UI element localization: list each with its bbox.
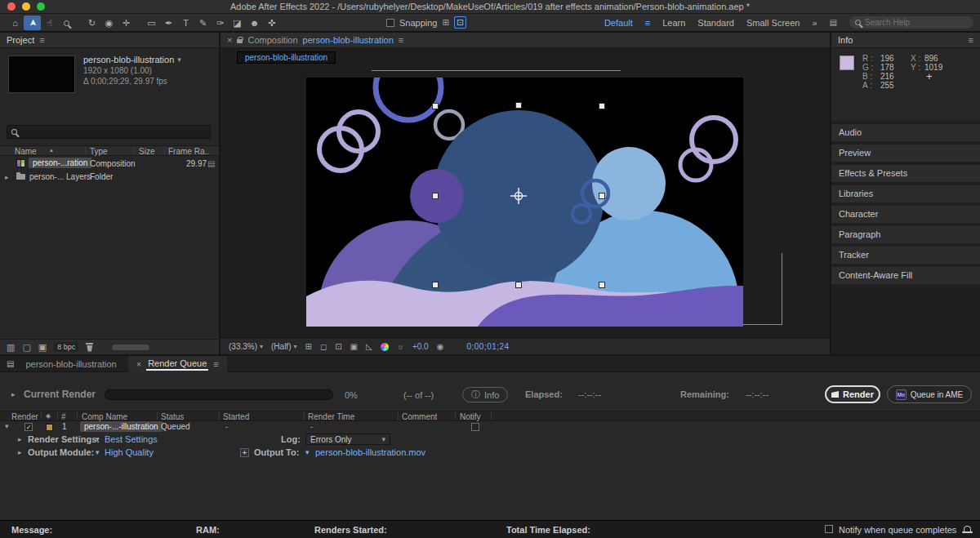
project-row-folder[interactable]: ▸ person-... Layers Folder (0, 171, 219, 183)
viewer-tab[interactable]: person-blob-illustration (237, 51, 336, 64)
column-render-time[interactable]: Render Time (308, 412, 354, 421)
label-color-column-icon[interactable]: ◈ (46, 412, 51, 420)
notify-checkbox[interactable] (471, 423, 479, 431)
workspace-learn[interactable]: Learn (662, 18, 685, 28)
chevron-down-icon[interactable]: ▾ (96, 448, 100, 456)
notify-when-queue-completes-checkbox[interactable] (825, 525, 833, 533)
chevron-down-icon[interactable]: ▾ (177, 55, 181, 65)
composition-panel-menu-icon[interactable]: ≡ (399, 35, 403, 45)
chevron-down-icon[interactable]: ▾ (305, 448, 310, 456)
collapse-transforms-icon[interactable]: ▤ (207, 159, 215, 168)
info-panel-menu-icon[interactable]: ≡ (969, 35, 973, 45)
comp-name[interactable]: person-blob-illustration (83, 55, 174, 65)
selection-tool[interactable]: ➤ (24, 16, 41, 30)
puppet-pin-tool[interactable]: ✜ (263, 16, 280, 30)
tab-preview[interactable]: Preview (831, 145, 980, 162)
expand-output-module-icon[interactable]: ▸ (18, 448, 22, 456)
collapse-queue-item-icon[interactable]: ▾ (5, 422, 9, 430)
workspace-standard[interactable]: Standard (697, 18, 734, 28)
type-tool[interactable]: T (177, 16, 194, 30)
tab-libraries[interactable]: Libraries (831, 185, 980, 202)
project-row-composition[interactable]: person-...ration Composition 29.97 ▤ (0, 158, 219, 170)
snap-shape-icon[interactable]: ⊞ (443, 18, 449, 27)
eraser-tool[interactable]: ◪ (229, 16, 246, 30)
close-icon[interactable]: × (227, 35, 232, 45)
column-render[interactable]: Render (11, 412, 38, 421)
tab-project[interactable]: Project (7, 35, 34, 45)
magnification-dropdown[interactable]: (33.3%)▾ (229, 342, 263, 351)
close-window-button[interactable] (7, 2, 16, 11)
queue-in-ame-button[interactable]: Me Queue in AME (887, 385, 972, 403)
brush-tool[interactable]: ✎ (194, 16, 212, 30)
queue-item-comp-name[interactable]: person-...-illustration (80, 421, 163, 432)
tab-paragraph[interactable]: Paragraph (831, 226, 980, 243)
expand-folder-icon[interactable]: ▸ (5, 173, 9, 181)
column-frame-rate[interactable]: Frame Ra.. (168, 147, 209, 156)
lock-icon[interactable] (237, 39, 243, 43)
exposure-icon[interactable]: ☼ (397, 342, 404, 351)
grid-guides-icon[interactable]: ⊞ (305, 342, 312, 351)
sort-ascending-icon[interactable]: ▲ (49, 148, 54, 153)
transparency-grid-icon[interactable]: ▣ (350, 342, 358, 351)
interpret-footage-icon[interactable]: ▥ (7, 342, 15, 353)
column-notify[interactable]: Notify (460, 412, 481, 421)
color-depth-button[interactable]: 8 bpc (54, 342, 78, 352)
workspace-menu-icon[interactable]: ≡ (645, 18, 650, 28)
workspace-small-screen[interactable]: Small Screen (746, 18, 800, 28)
project-panel-menu-icon[interactable]: ≡ (39, 35, 44, 45)
tab-render-queue[interactable]: × Render Queue ≡ (128, 356, 227, 372)
composition-tab-name[interactable]: person-blob-illustration (303, 35, 394, 45)
mask-visibility-icon[interactable]: ◻ (320, 342, 327, 351)
current-timecode[interactable]: 0;00;01;24 (466, 342, 509, 351)
project-item-name[interactable]: person-...ration (29, 158, 91, 168)
shape-tool[interactable]: ▭ (143, 16, 160, 30)
tab-timeline-comp[interactable]: person-blob-illustration (16, 359, 126, 369)
tab-character[interactable]: Character (831, 206, 980, 223)
tab-info[interactable]: Info (838, 35, 853, 45)
column-number[interactable]: # (61, 412, 66, 421)
column-size[interactable]: Size (139, 147, 154, 156)
output-to-link[interactable]: person-blob-illustration.mov (315, 447, 425, 457)
camera-tool[interactable]: ◉ (100, 16, 118, 30)
workspace-panel-icon[interactable]: ▤ (830, 18, 837, 27)
tab-audio[interactable]: Audio (831, 124, 980, 141)
new-folder-icon[interactable]: ▢ (22, 342, 30, 353)
exposure-value[interactable]: +0.0 (412, 342, 429, 351)
render-enabled-checkbox[interactable]: ✓ (24, 423, 33, 431)
horizontal-scrollbar[interactable] (112, 345, 149, 350)
pen-tool[interactable]: ✒ (160, 16, 177, 30)
bell-icon[interactable] (964, 526, 971, 531)
hand-tool[interactable]: ☝ (41, 16, 58, 30)
expand-render-settings-icon[interactable]: ▸ (18, 435, 22, 443)
minimize-window-button[interactable] (22, 2, 30, 11)
output-module-link[interactable]: High Quality (105, 447, 154, 457)
snapping-checkbox[interactable] (386, 19, 394, 27)
expand-current-render-icon[interactable]: ▸ (11, 390, 16, 398)
zoom-window-button[interactable] (37, 2, 45, 11)
column-started[interactable]: Started (223, 412, 249, 421)
snap-feature-icon[interactable]: ⊡ (454, 16, 466, 29)
render-button[interactable]: Render (825, 385, 880, 403)
resolution-dropdown[interactable]: (Half)▾ (271, 342, 296, 351)
region-of-interest-icon[interactable]: ⊡ (335, 342, 341, 351)
tab-content-aware-fill[interactable]: Content-Aware Fill (831, 267, 980, 284)
ruler-icon[interactable]: ◺ (366, 342, 372, 351)
snapshot-icon[interactable]: ◉ (437, 342, 444, 351)
trash-icon[interactable] (86, 343, 93, 352)
render-settings-link[interactable]: Best Settings (105, 434, 158, 444)
tab-tracker[interactable]: Tracker (831, 247, 980, 264)
clone-stamp-tool[interactable]: ✑ (212, 16, 229, 30)
search-help-input[interactable] (865, 18, 955, 27)
workspace-overflow-icon[interactable]: » (812, 18, 817, 28)
channel-color-icon[interactable] (381, 343, 389, 351)
render-info-button[interactable]: ⓘ Info (462, 387, 508, 402)
tab-composition[interactable]: Composition (247, 35, 297, 45)
home-tool[interactable]: ⌂ (7, 16, 24, 30)
close-icon[interactable]: × (136, 359, 141, 369)
project-item-name[interactable]: person-... Layers (29, 172, 91, 181)
column-status[interactable]: Status (161, 412, 184, 421)
column-type[interactable]: Type (90, 147, 108, 156)
zoom-tool[interactable] (58, 16, 75, 30)
add-output-module-button[interactable]: + (240, 448, 249, 457)
pan-behind-tool[interactable]: ✛ (118, 16, 135, 30)
